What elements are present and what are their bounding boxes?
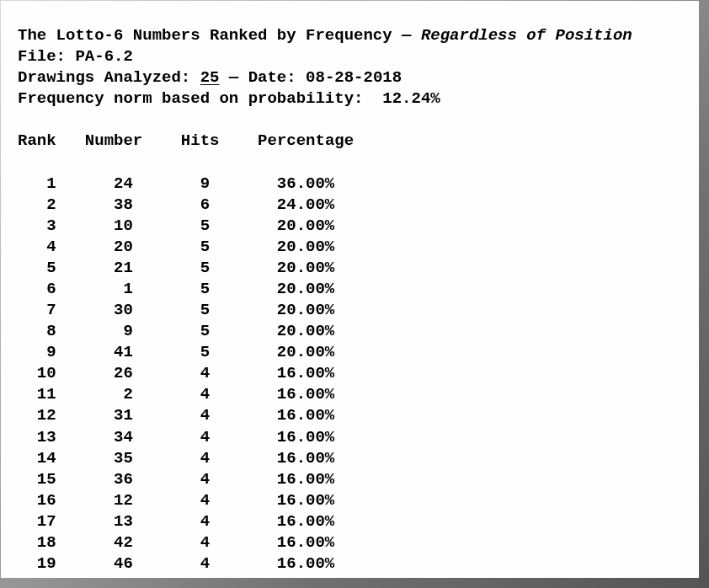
title-prefix: The Lotto-6 Numbers Ranked by Frequency …: [18, 26, 421, 45]
file-label: File:: [18, 47, 75, 66]
col-rank: Rank: [18, 131, 56, 150]
freq-label: Frequency norm based on probability:: [18, 89, 382, 108]
drawings-label: Drawings Analyzed:: [18, 68, 200, 87]
document-frame: The Lotto-6 Numbers Ranked by Frequency …: [0, 0, 709, 588]
col-percentage: Percentage: [258, 131, 354, 150]
freq-line: Frequency norm based on probability: 12.…: [18, 89, 440, 108]
file-line: File: PA-6.2: [18, 47, 133, 66]
date-value: 08-28-2018: [306, 68, 402, 87]
freq-value: 12.24%: [382, 89, 440, 108]
data-rows: 1 24 9 36.00% 2 38 6 24.00% 3 10 5 20.00…: [18, 174, 334, 573]
title-line: The Lotto-6 Numbers Ranked by Frequency …: [18, 26, 632, 45]
col-number: Number: [85, 131, 142, 150]
col-hits: Hits: [181, 131, 220, 150]
file-value: PA-6.2: [75, 47, 132, 66]
drawings-line: Drawings Analyzed: 25 — Date: 08-28-2018: [18, 68, 402, 87]
document-content: The Lotto-6 Numbers Ranked by Frequency …: [1, 1, 699, 588]
title-suffix: Regardless of Position: [421, 26, 632, 45]
ellipsis: ...: [37, 575, 66, 588]
drawings-value: 25: [200, 68, 220, 87]
header-row: Rank Number Hits Percentage: [18, 131, 354, 150]
date-label: — Date:: [219, 68, 306, 87]
